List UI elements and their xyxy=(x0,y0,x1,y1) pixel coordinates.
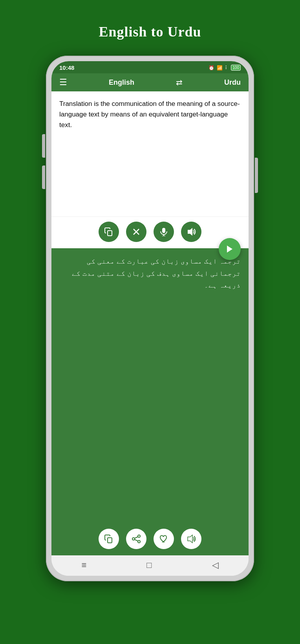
output-area: ترجمہ ایک مساوی زبان کی عبارت کے معنی کی… xyxy=(51,248,249,524)
svg-rect-3 xyxy=(162,228,165,233)
svg-rect-0 xyxy=(108,231,112,236)
signal-icon: ⠇ xyxy=(225,65,229,71)
svg-point-10 xyxy=(132,538,135,540)
battery-indicator: 100 xyxy=(231,65,241,71)
nav-home-button[interactable]: □ xyxy=(146,560,152,570)
nav-bar: ≡ □ ◁ xyxy=(51,555,249,576)
phone-inner: 10:48 ⏰ 📶 ⠇ 100 ☰ English ⇄ Urdu Transla… xyxy=(51,61,249,576)
menu-button[interactable]: ☰ xyxy=(59,77,67,87)
output-text: ترجمہ ایک مساوی زبان کی عبارت کے معنی کی… xyxy=(59,255,241,291)
favorite-output-button[interactable] xyxy=(154,529,174,549)
wifi-icon: 📶 xyxy=(217,65,223,71)
svg-marker-6 xyxy=(188,228,192,236)
svg-marker-7 xyxy=(227,246,232,253)
nav-menu-button[interactable]: ≡ xyxy=(81,560,86,570)
speak-output-button[interactable] xyxy=(181,529,201,549)
speak-input-button[interactable] xyxy=(181,222,201,242)
output-actions xyxy=(51,524,249,555)
svg-rect-8 xyxy=(108,538,112,543)
input-text: Translation is the communication of the … xyxy=(59,98,241,131)
status-bar: 10:48 ⏰ 📶 ⠇ 100 xyxy=(51,61,249,73)
input-area[interactable]: Translation is the communication of the … xyxy=(51,91,249,217)
alarm-icon: ⏰ xyxy=(209,65,214,71)
share-output-button[interactable] xyxy=(126,529,146,549)
status-icons: ⏰ 📶 ⠇ 100 xyxy=(209,65,241,71)
clear-input-button[interactable] xyxy=(126,222,146,242)
svg-line-12 xyxy=(135,537,138,538)
svg-point-9 xyxy=(138,535,140,537)
copy-output-button[interactable] xyxy=(99,529,119,549)
phone-frame: 10:48 ⏰ 📶 ⠇ 100 ☰ English ⇄ Urdu Transla… xyxy=(46,56,254,581)
target-language-label[interactable]: Urdu xyxy=(224,78,241,87)
copy-input-button[interactable] xyxy=(99,222,119,242)
nav-back-button[interactable]: ◁ xyxy=(212,560,219,570)
page-title: English to Urdu xyxy=(99,24,201,40)
svg-marker-14 xyxy=(188,535,192,543)
input-actions xyxy=(51,217,249,248)
app-bar: ☰ English ⇄ Urdu xyxy=(51,73,249,91)
source-language-label[interactable]: English xyxy=(109,78,134,87)
status-time: 10:48 xyxy=(59,64,74,71)
mic-button[interactable] xyxy=(154,222,174,242)
svg-line-13 xyxy=(135,540,138,541)
swap-languages-button[interactable]: ⇄ xyxy=(176,78,183,87)
translate-button[interactable] xyxy=(219,238,241,260)
svg-point-11 xyxy=(138,540,140,543)
